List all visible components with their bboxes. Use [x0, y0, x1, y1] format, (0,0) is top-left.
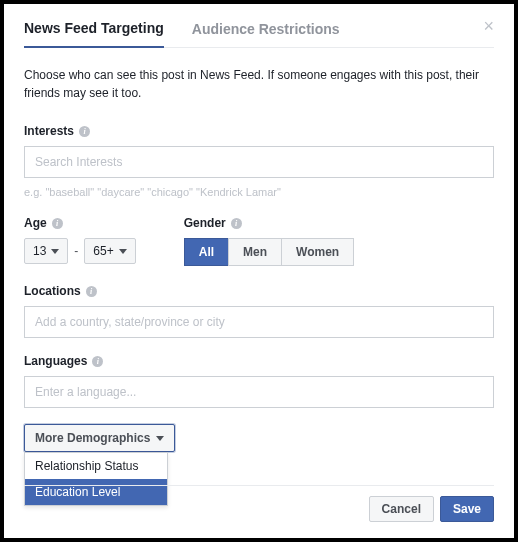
interests-hint: e.g. "baseball" "daycare" "chicago" "Ken… [24, 186, 494, 198]
caret-down-icon [51, 249, 59, 254]
gender-label: Gender [184, 216, 226, 230]
interests-label: Interests [24, 124, 74, 138]
info-icon[interactable]: i [92, 356, 103, 367]
languages-input[interactable] [24, 376, 494, 408]
caret-down-icon [119, 249, 127, 254]
more-demographics-label: More Demographics [35, 431, 150, 445]
info-icon[interactable]: i [52, 218, 63, 229]
gender-option-women[interactable]: Women [281, 238, 354, 266]
info-icon[interactable]: i [86, 286, 97, 297]
caret-down-icon [156, 436, 164, 441]
languages-label: Languages [24, 354, 87, 368]
gender-button-group: All Men Women [184, 238, 354, 266]
save-button[interactable]: Save [440, 496, 494, 522]
tab-news-feed-targeting[interactable]: News Feed Targeting [24, 20, 164, 48]
close-icon[interactable]: × [483, 16, 494, 37]
age-range-separator: - [74, 244, 78, 258]
gender-option-all[interactable]: All [184, 238, 229, 266]
menu-item-relationship-status[interactable]: Relationship Status [25, 453, 167, 479]
info-icon[interactable]: i [79, 126, 90, 137]
locations-label: Locations [24, 284, 81, 298]
age-max-value: 65+ [93, 244, 113, 258]
cancel-button[interactable]: Cancel [369, 496, 434, 522]
age-min-value: 13 [33, 244, 46, 258]
description-text: Choose who can see this post in News Fee… [24, 66, 494, 102]
age-min-dropdown[interactable]: 13 [24, 238, 68, 264]
locations-input[interactable] [24, 306, 494, 338]
age-label: Age [24, 216, 47, 230]
more-demographics-button[interactable]: More Demographics [24, 424, 175, 452]
gender-option-men[interactable]: Men [228, 238, 282, 266]
tab-audience-restrictions[interactable]: Audience Restrictions [192, 21, 340, 47]
interests-input[interactable] [24, 146, 494, 178]
age-max-dropdown[interactable]: 65+ [84, 238, 135, 264]
info-icon[interactable]: i [231, 218, 242, 229]
